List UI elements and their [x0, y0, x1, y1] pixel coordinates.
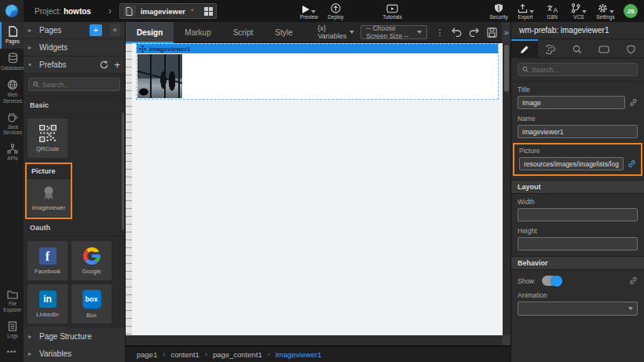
section-page-structure[interactable]: ▸ Page Structure: [24, 328, 125, 346]
box-icon: box: [82, 290, 101, 309]
show-toggle[interactable]: [542, 276, 562, 286]
tab-inspect[interactable]: [565, 39, 591, 57]
settings-button[interactable]: Settings: [592, 0, 619, 22]
bind-link-icon[interactable]: [628, 159, 636, 168]
i18n-button[interactable]: A I18N: [539, 0, 565, 22]
prefab-search-input[interactable]: [42, 81, 115, 89]
canvas-vertical-scrollbar[interactable]: [503, 43, 510, 335]
rail-item-apis[interactable]: APIs: [0, 140, 24, 166]
property-search-input[interactable]: [532, 66, 633, 74]
api-nodes-icon: [7, 144, 18, 154]
picture-input[interactable]: [519, 157, 624, 170]
height-input[interactable]: [518, 237, 638, 250]
name-input[interactable]: [518, 125, 638, 138]
section-variables[interactable]: ▸ Variables: [24, 345, 125, 362]
left-panel-scrollbar[interactable]: [122, 112, 124, 230]
rail-item-java-services[interactable]: Java Services: [0, 108, 24, 140]
breadcrumb-item-active[interactable]: imageviewer1: [276, 350, 322, 359]
preview-button[interactable]: Preview: [295, 0, 322, 22]
bind-link-icon[interactable]: [629, 276, 638, 285]
tab-security[interactable]: [617, 39, 644, 57]
collapse-panel-button[interactable]: «: [110, 24, 120, 36]
property-search[interactable]: [518, 63, 638, 76]
add-prefab-icon[interactable]: +: [114, 61, 120, 69]
bind-link-icon[interactable]: [629, 98, 638, 107]
export-button[interactable]: Export: [512, 0, 539, 22]
pages-grid-icon[interactable]: [204, 7, 213, 16]
rail-item-logs[interactable]: Logs: [0, 317, 24, 343]
tab-design[interactable]: Design: [126, 22, 174, 43]
page-canvas[interactable]: imageviewer1: [132, 43, 503, 335]
expanded-arrow-icon: ▾: [28, 61, 35, 68]
prefab-tile-box[interactable]: box Box: [71, 284, 112, 324]
imageviewer-icon: [41, 185, 57, 201]
top-bar: Project: howtos › imageviewer * Preview …: [0, 0, 644, 22]
prefab-search[interactable]: [28, 78, 120, 91]
vertical-ruler: [126, 43, 132, 346]
undo-icon[interactable]: [451, 27, 462, 37]
section-widgets[interactable]: ▸ Widgets: [24, 39, 125, 57]
expand-right-panel-button[interactable]: »: [502, 22, 510, 43]
tab-device[interactable]: [591, 39, 617, 57]
coffee-icon: [7, 112, 18, 122]
prefab-tile-google[interactable]: Google: [71, 241, 112, 280]
section-prefabs[interactable]: ▾ Prefabs +: [24, 57, 125, 74]
group-basic: Basic: [24, 97, 125, 114]
breadcrumb-item[interactable]: page_content1: [213, 350, 262, 359]
rail-item-web-services[interactable]: Web Services: [0, 75, 24, 108]
screen-size-select[interactable]: -- Choose Screen Size --: [360, 25, 427, 39]
linkedin-icon: in: [39, 291, 57, 308]
security-button[interactable]: Security: [485, 0, 512, 22]
rail-more-button[interactable]: •••: [0, 343, 24, 362]
file-icon: [123, 5, 136, 16]
breadcrumb-item[interactable]: content1: [170, 350, 199, 359]
imageviewer-widget[interactable]: imageviewer1: [137, 44, 498, 99]
add-page-button[interactable]: +: [90, 24, 102, 36]
google-icon: [83, 247, 101, 265]
rail-item-pages[interactable]: Pages: [0, 22, 24, 49]
wavemaker-logo[interactable]: [0, 0, 24, 22]
animation-select[interactable]: [518, 302, 638, 316]
design-canvas[interactable]: imageviewer1: [126, 43, 510, 346]
pencil-icon: [520, 45, 529, 54]
tab-markup[interactable]: Markup: [174, 22, 221, 43]
video-icon: [386, 3, 398, 13]
widget-selection-bar[interactable]: imageviewer1: [137, 44, 498, 53]
height-label: Height: [518, 227, 638, 235]
tab-styles[interactable]: [538, 39, 565, 57]
prefab-tile-linkedin[interactable]: in LinkedIn: [27, 284, 68, 324]
show-label: Show: [518, 277, 534, 285]
chevron-down-icon: [582, 10, 587, 13]
more-options-icon[interactable]: ⋮: [435, 27, 444, 38]
save-icon[interactable]: [487, 27, 497, 38]
chevron-down-icon: [529, 10, 534, 13]
page-selector[interactable]: imageviewer *: [119, 3, 218, 19]
rail-item-file-explorer[interactable]: File Explorer: [0, 286, 24, 316]
search-icon: [33, 81, 39, 88]
tab-style[interactable]: Style: [264, 22, 303, 43]
variables-dropdown[interactable]: {x} Variables: [318, 24, 355, 40]
folder-icon: [7, 290, 18, 299]
canvas-horizontal-scrollbar[interactable]: [126, 335, 503, 346]
redo-icon[interactable]: [469, 27, 480, 37]
group-picture: Picture: [27, 164, 71, 179]
vcs-button[interactable]: VCS: [565, 0, 592, 22]
chevron-down-icon: [609, 10, 614, 13]
refresh-icon[interactable]: [100, 60, 108, 69]
title-input[interactable]: [518, 96, 625, 109]
widget-image[interactable]: [137, 54, 182, 98]
project-name[interactable]: howtos: [64, 7, 91, 16]
prefab-tile-qrcode[interactable]: QRCode: [27, 119, 68, 158]
tab-script[interactable]: Script: [222, 22, 265, 43]
tab-properties[interactable]: [511, 39, 538, 57]
rail-item-databases[interactable]: Databases: [0, 49, 24, 75]
user-avatar[interactable]: JS: [624, 4, 638, 18]
section-pages[interactable]: ▸ Pages + «: [24, 22, 125, 39]
breadcrumb-item[interactable]: page1: [137, 350, 157, 359]
deploy-button[interactable]: Deploy: [322, 0, 349, 22]
page-selector-value: imageviewer: [141, 7, 185, 16]
tutorials-button[interactable]: Tutorials: [379, 0, 405, 22]
prefab-tile-imageviewer[interactable]: Imageviewer: [27, 179, 71, 217]
prefab-tile-facebook[interactable]: f Facebook: [27, 241, 68, 280]
width-input[interactable]: [518, 208, 638, 221]
